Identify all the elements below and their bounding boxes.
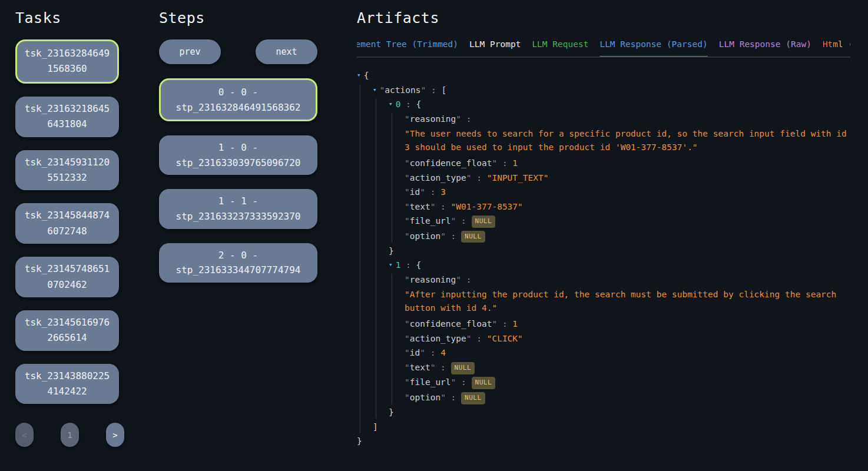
json-string-value: "The user needs to search for a specific… <box>405 127 847 154</box>
json-node: "file_url" : NULL <box>405 215 850 228</box>
json-node: "reasoning" :"The user needs to search f… <box>405 113 850 154</box>
json-key: "text" <box>405 363 435 372</box>
null-badge: NULL <box>472 215 496 228</box>
json-node: "confidence_float" : 1 <box>405 157 850 170</box>
task-button[interactable]: tsk_231456169762665614 <box>15 310 119 351</box>
json-key: "confidence_float" <box>405 319 497 329</box>
json-node: "text" : "W01-377-8537" <box>405 201 850 213</box>
task-list: tsk_231632846491568360tsk_23163218645643… <box>15 39 119 404</box>
json-row: "confidence_float" : 1 <box>405 318 850 330</box>
json-row: "reasoning" : <box>405 274 850 286</box>
json-key: "action_type" <box>405 334 472 343</box>
tab-html-raw[interactable]: Html (Raw) <box>823 39 850 57</box>
json-key: "option" <box>405 393 446 402</box>
json-close-bracket: } <box>389 406 850 419</box>
json-row: "text" : NULL <box>405 361 850 374</box>
task-button[interactable]: tsk_231457486510702462 <box>15 257 119 297</box>
json-close-bracket: } <box>389 245 850 257</box>
json-node: "action_type" : "CLICK" <box>405 333 850 345</box>
json-key: "text" <box>405 202 435 211</box>
null-badge: NULL <box>461 392 485 404</box>
step-button[interactable]: 1 - 1 - stp_231633237333592370 <box>159 189 317 228</box>
json-row: ▾"actions" : [ <box>373 84 850 97</box>
steps-title: Steps <box>159 9 317 26</box>
json-key: "reasoning" <box>405 114 461 124</box>
tasks-title: Tasks <box>15 9 119 26</box>
json-node: "reasoning" :"After inputting the produc… <box>405 274 850 314</box>
null-badge: NULL <box>461 231 485 243</box>
json-string-value: "After inputting the product id, the sea… <box>405 288 847 314</box>
tasks-pagination: < 1 > <box>15 423 124 447</box>
json-node: "file_url" : NULL <box>405 376 850 389</box>
json-node: "id" : 4 <box>405 347 850 359</box>
json-node: ▾0 : {"reasoning" :"The user needs to se… <box>389 98 850 257</box>
task-button[interactable]: tsk_231438802254142422 <box>15 364 119 404</box>
json-row: "confidence_float" : 1 <box>405 157 850 170</box>
pagination-prev-button[interactable]: < <box>15 423 34 447</box>
json-node: "confidence_float" : 1 <box>405 318 850 330</box>
json-node: ▾"actions" : [▾0 : {"reasoning" :"The us… <box>373 84 850 433</box>
json-key: "confidence_float" <box>405 158 497 168</box>
json-key: "actions" <box>380 85 426 95</box>
json-close-bracket: ] <box>373 421 850 433</box>
json-close-bracket: } <box>357 435 850 447</box>
json-row: ▾1 : { <box>389 259 850 271</box>
step-button[interactable]: 2 - 0 - stp_231633344707774794 <box>159 243 317 283</box>
artifacts-panel: Artifacts Element Tree (Trimmed)LLM Prom… <box>357 8 850 471</box>
json-string-value: "INPUT_TEXT" <box>487 173 549 183</box>
json-node: "text" : NULL <box>405 361 850 374</box>
collapse-toggle-icon[interactable]: ▾ <box>389 99 393 109</box>
tab-element-tree-trimmed[interactable]: Element Tree (Trimmed) <box>357 39 458 57</box>
json-number-value: 4 <box>440 348 446 357</box>
json-key: "id" <box>405 187 425 197</box>
collapse-toggle-icon[interactable]: ▾ <box>389 260 393 270</box>
json-row: "id" : 4 <box>405 347 850 359</box>
null-badge: NULL <box>472 377 496 389</box>
null-badge: NULL <box>451 362 475 374</box>
collapse-toggle-icon[interactable]: ▾ <box>373 85 377 95</box>
json-key: "file_url" <box>405 216 456 225</box>
json-row: "action_type" : "CLICK" <box>405 333 850 345</box>
json-number-value: 1 <box>512 158 518 168</box>
json-node: "option" : NULL <box>405 392 850 404</box>
json-row: "text" : "W01-377-8537" <box>405 201 850 213</box>
collapse-toggle-icon[interactable]: ▾ <box>357 71 361 80</box>
json-row: "option" : NULL <box>405 230 850 243</box>
json-row: "file_url" : NULL <box>405 376 850 389</box>
json-number-value: 3 <box>440 187 446 197</box>
json-node: "option" : NULL <box>405 230 850 243</box>
tab-llm-response-parsed[interactable]: LLM Response (Parsed) <box>599 39 707 57</box>
tab-strip: Element Tree (Trimmed)LLM PromptLLM Requ… <box>357 39 850 57</box>
json-node: ▾{▾"actions" : [▾0 : {"reasoning" :"The … <box>357 69 850 447</box>
tab-bar: Element Tree (Trimmed)LLM PromptLLM Requ… <box>357 39 850 58</box>
task-button[interactable]: tsk_231458448746072748 <box>15 203 119 244</box>
json-row: ▾{ <box>357 69 850 82</box>
json-row: "id" : 3 <box>405 186 850 198</box>
tab-llm-prompt[interactable]: LLM Prompt <box>469 39 521 57</box>
tab-llm-request[interactable]: LLM Request <box>532 39 588 57</box>
task-button[interactable]: tsk_231632186456431804 <box>15 97 119 137</box>
tab-llm-response-raw[interactable]: LLM Response (Raw) <box>719 39 811 57</box>
json-row: "reasoning" : <box>405 113 850 125</box>
next-step-button[interactable]: next <box>256 39 317 64</box>
json-key: "reasoning" <box>405 275 461 284</box>
pagination-next-button[interactable]: > <box>106 423 124 447</box>
step-button[interactable]: 1 - 0 - stp_231633039765096720 <box>159 135 317 175</box>
step-button[interactable]: 0 - 0 - stp_231632846491568362 <box>159 78 317 121</box>
artifacts-title: Artifacts <box>357 9 850 26</box>
json-number-value: 1 <box>512 319 518 329</box>
json-key: "id" <box>405 348 425 357</box>
task-button[interactable]: tsk_231459311205512332 <box>15 150 119 191</box>
json-key: "file_url" <box>405 377 456 387</box>
app-layout: Tasks tsk_231632846491568360tsk_23163218… <box>0 0 868 471</box>
task-button[interactable]: tsk_231632846491568360 <box>15 39 119 84</box>
json-string-value: "CLICK" <box>487 334 523 343</box>
step-nav: prev next <box>159 39 317 64</box>
prev-step-button[interactable]: prev <box>159 39 221 64</box>
json-key: "action_type" <box>405 173 472 183</box>
json-node: ▾1 : {"reasoning" :"After inputting the … <box>389 259 850 419</box>
json-string-value: "W01-377-8537" <box>451 202 523 211</box>
pagination-page-button[interactable]: 1 <box>61 423 79 447</box>
json-row: "option" : NULL <box>405 392 850 404</box>
steps-panel: Steps prev next 0 - 0 - stp_231632846491… <box>159 8 317 471</box>
